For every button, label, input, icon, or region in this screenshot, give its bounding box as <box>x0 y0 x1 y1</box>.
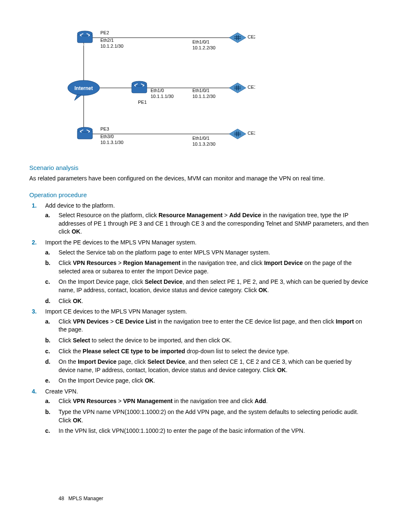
router-pe1-icon: ROUTER <box>132 81 147 96</box>
ce1-if: Eth1/0/1 <box>192 88 210 93</box>
step-1: 1. Add device to the platform. a. Select… <box>29 202 370 236</box>
pe3-ip: 10.1.3.1/30 <box>100 140 123 145</box>
pe1-name: PE1 <box>138 100 147 105</box>
pe3-name: PE3 <box>100 126 109 131</box>
svg-text:ROUTER: ROUTER <box>79 139 91 142</box>
ce3-if: Eth1/0/1 <box>192 136 210 141</box>
pe2-ip: 10.1.2.1/30 <box>100 44 123 49</box>
svg-marker-12 <box>229 83 246 93</box>
ce1-ip: 10.1.1.2/30 <box>192 94 215 99</box>
heading-operation-procedure: Operation procedure <box>29 190 370 199</box>
svg-point-10 <box>132 81 147 86</box>
ce3-icon <box>229 129 246 139</box>
svg-point-6 <box>77 31 92 36</box>
page-number: 48 <box>59 496 64 501</box>
router-pe2-icon: ROUTER <box>77 31 92 46</box>
step-4-text: Create VPN. <box>45 388 78 395</box>
step-4b: b. Type the VPN name VPN(1000:1.1000:2) … <box>45 408 370 424</box>
paragraph-analysis: As related parameters have been configur… <box>29 175 370 183</box>
pe2-if: Eth2/1 <box>100 38 114 43</box>
footer-title: MPLS Manager <box>68 496 103 501</box>
step-4: 4. Create VPN. a. Click VPN Resources > … <box>29 388 370 435</box>
router-pe3-icon: ROUTER <box>77 127 92 142</box>
step-2d: d. Click OK. <box>45 297 370 306</box>
step-2c: c. On the Import Device page, click Sele… <box>45 278 370 294</box>
step-3-text: Import CE devices to the MPLS VPN Manage… <box>45 308 187 315</box>
page-footer: 48 MPLS Manager <box>59 495 103 502</box>
step-2a: a.Select the Service tab on the platform… <box>45 249 370 257</box>
step-3: 3. Import CE devices to the MPLS VPN Man… <box>29 308 370 385</box>
step-4c: c. In the VPN list, click VPN(1000:1.100… <box>45 427 370 435</box>
svg-marker-8 <box>229 33 246 43</box>
procedure-list: 1. Add device to the platform. a. Select… <box>29 202 370 435</box>
heading-scenario-analysis: Scenario analysis <box>29 163 370 172</box>
svg-text:ROUTER: ROUTER <box>79 43 91 46</box>
step-2: 2. Import the PE devices to the MPLS VPN… <box>29 239 370 305</box>
ce2-ip: 10.1.2.2/30 <box>192 45 215 50</box>
step-3c: c. Click the Please select CE type to be… <box>45 347 370 356</box>
pe1-if: Eth1/0 <box>151 88 164 93</box>
ce2-if: Eth1/0/1 <box>192 39 210 44</box>
ce1-name: CE1 <box>248 85 255 90</box>
ce3-name: CE3 <box>248 131 255 136</box>
step-2-text: Import the PE devices to the MPLS VPN Ma… <box>45 239 197 246</box>
pe3-if: Eth3/0 <box>100 134 114 139</box>
step-4a: a. Click VPN Resources > VPN Management … <box>45 397 370 406</box>
step-3e: e. On the Import Device page, click OK. <box>45 377 370 385</box>
ce2-icon <box>229 33 246 43</box>
ce1-icon <box>229 83 246 93</box>
step-1-text: Add device to the platform. <box>45 202 115 209</box>
ce3-ip: 10.1.3.2/30 <box>192 141 215 146</box>
step-3d: d. On the Import Device page, click Sele… <box>45 358 370 374</box>
pe2-name: PE2 <box>100 30 109 35</box>
step-3b: b. Click Select to select the device to … <box>45 337 370 345</box>
step-3a: a. Click VPN Devices > CE Device List in… <box>45 318 370 334</box>
svg-text:ROUTER: ROUTER <box>133 93 146 96</box>
svg-point-14 <box>77 127 92 132</box>
step-2b: b. Click VPN Resources > Region Manageme… <box>45 259 370 275</box>
svg-marker-16 <box>229 129 246 139</box>
network-diagram: Internet ROUTER PE2 Eth2/1 10.1.2.1/30 C… <box>54 25 255 151</box>
step-1a: a. Select Resource on the platform, clic… <box>45 211 370 236</box>
pe1-ip: 10.1.1.1/30 <box>151 94 174 99</box>
internet-label: Internet <box>74 85 93 91</box>
ce2-name: CE2 <box>248 34 255 39</box>
